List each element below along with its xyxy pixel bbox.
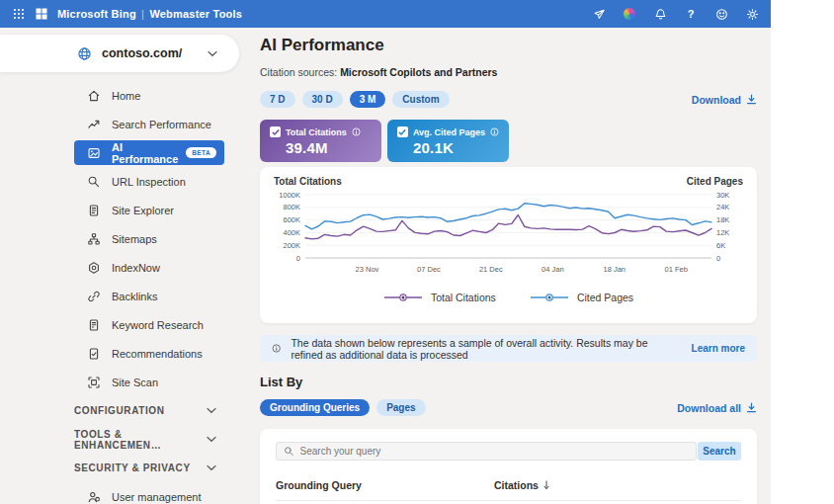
table-header: Grounding Query Citations <box>276 479 741 491</box>
legend-marker-purple <box>383 293 423 302</box>
list-by-tabs: Grounding Queries Pages Download all <box>260 399 757 416</box>
checkbox-checked-icon[interactable] <box>270 126 281 137</box>
sort-descending-icon[interactable] <box>542 480 550 490</box>
learn-more-link[interactable]: Learn more <box>692 343 745 354</box>
sidebar-item-indexnow[interactable]: IndexNow <box>0 253 252 282</box>
sidebar-item-search-performance[interactable]: Search Performance <box>0 110 252 138</box>
chevron-down-icon <box>208 50 217 57</box>
svg-text:12K: 12K <box>716 228 729 237</box>
filter-3m[interactable]: 3 M <box>350 91 386 108</box>
download-all-button[interactable]: Download all <box>677 402 757 414</box>
svg-text:18 Jan: 18 Jan <box>604 265 626 274</box>
sidebar-item-url-inspection[interactable]: URL Inspection <box>0 167 252 196</box>
download-button[interactable]: Download <box>692 94 757 106</box>
banner-text: The data shown below represents a sample… <box>291 337 681 361</box>
settings-gear-icon[interactable] <box>745 7 759 21</box>
beta-badge: BETA <box>186 147 216 158</box>
svg-text:0: 0 <box>296 254 300 263</box>
feedback-send-icon[interactable] <box>592 7 606 21</box>
filter-30d[interactable]: 30 D <box>302 91 343 108</box>
copilot-icon[interactable] <box>623 7 636 21</box>
metric-label: Avg. Cited Pages <box>413 127 485 137</box>
svg-text:0: 0 <box>716 254 720 263</box>
avg-cited-pages-card[interactable]: Avg. Cited Pages 20.1K <box>387 120 509 162</box>
sidebar-item-home[interactable]: Home <box>0 81 252 110</box>
sidebar-item-recommendations[interactable]: Recommendations <box>0 339 252 368</box>
sidebar-section-security-privacy[interactable]: SECURITY & PRIVACY <box>0 454 252 482</box>
queries-table-card: Search Grounding Query Citations Contoso… <box>260 429 757 504</box>
total-citations-card[interactable]: Total Citations 39.4M <box>260 120 381 162</box>
checkbox-checked-icon[interactable] <box>397 126 408 137</box>
sidebar-item-label: Search Performance <box>112 119 211 130</box>
sidebar-item-ai-performance[interactable]: AI Performance BETA <box>74 140 224 165</box>
legend-total-citations[interactable]: Total Citations <box>383 292 496 303</box>
citation-sources-value: Microsoft Copilots and Partners <box>340 66 497 78</box>
site-selector[interactable]: contoso.com/ <box>0 35 239 72</box>
svg-text:400K: 400K <box>283 228 300 237</box>
tab-grounding-queries[interactable]: Grounding Queries <box>260 399 370 416</box>
document-icon <box>87 204 101 217</box>
filter-custom[interactable]: Custom <box>392 91 449 108</box>
search-box[interactable] <box>276 442 697 461</box>
metric-value: 39.4M <box>286 139 372 156</box>
home-icon <box>87 89 101 103</box>
sidebar-item-keyword-research[interactable]: Keyword Research <box>0 310 252 339</box>
date-filter-row: 7 D 30 D 3 M Custom Download <box>260 91 757 108</box>
search-icon <box>284 446 294 457</box>
site-scan-icon <box>87 376 101 389</box>
smiley-feedback-icon[interactable] <box>714 7 728 21</box>
line-chart[interactable]: 00200K6K400K12K600K18K800K24K1000K30K23 … <box>274 187 743 290</box>
ai-performance-icon <box>87 146 101 160</box>
metric-cards: Total Citations 39.4M Avg. Cited Pages 2… <box>260 120 757 162</box>
filter-7d[interactable]: 7 D <box>260 91 295 108</box>
svg-text:18K: 18K <box>716 215 729 224</box>
sidebar-item-label: Recommendations <box>112 348 203 360</box>
svg-text:200K: 200K <box>283 241 300 250</box>
sidebar-item-site-explorer[interactable]: Site Explorer <box>0 196 252 224</box>
waffle-menu-icon[interactable] <box>12 7 26 21</box>
legend-marker-blue <box>530 293 569 302</box>
search-button[interactable]: Search <box>698 442 741 461</box>
info-icon[interactable] <box>352 127 361 136</box>
sidebar-item-backlinks[interactable]: Backlinks <box>0 282 252 310</box>
keyword-research-icon <box>87 318 101 332</box>
metric-label: Total Citations <box>286 127 347 137</box>
sidebar-item-label: Backlinks <box>112 291 157 302</box>
info-icon[interactable] <box>490 127 499 136</box>
sidebar-item-sitemaps[interactable]: Sitemaps <box>0 224 252 253</box>
user-management-icon <box>87 490 101 504</box>
top-bar: Microsoft Bing | Webmaster Tools ? <box>0 0 771 28</box>
main-content: AI Performance Citation sources: Microso… <box>260 28 757 504</box>
globe-icon <box>77 46 92 61</box>
sidebar-section-tools-enhancements[interactable]: TOOLS & ENHANCEMEN… <box>0 425 252 454</box>
sidebar-item-label: Home <box>112 90 140 102</box>
magnifier-icon <box>87 175 101 189</box>
app-window: Microsoft Bing | Webmaster Tools ? <box>0 0 771 504</box>
column-grounding-query[interactable]: Grounding Query <box>276 479 362 491</box>
column-citations[interactable]: Citations <box>494 479 741 491</box>
link-icon <box>87 290 101 303</box>
tab-pages[interactable]: Pages <box>376 399 425 416</box>
sidebar-item-user-management[interactable]: User management <box>0 482 252 504</box>
sidebar-section-configuration[interactable]: CONFIGURATION <box>0 396 252 425</box>
sidebar-item-site-scan[interactable]: Site Scan <box>0 368 252 396</box>
right-axis-title: Cited Pages <box>687 176 743 187</box>
microsoft-logo-icon <box>35 7 48 21</box>
download-icon <box>746 94 757 105</box>
help-icon[interactable]: ? <box>684 7 698 21</box>
indexnow-icon <box>87 261 101 275</box>
legend-cited-pages[interactable]: Cited Pages <box>530 292 633 303</box>
search-input[interactable] <box>300 446 689 457</box>
chart-card: Total Citations Cited Pages 00200K6K400K… <box>260 167 757 323</box>
section-label: TOOLS & ENHANCEMEN… <box>74 429 207 451</box>
chevron-down-icon <box>207 436 216 443</box>
sidebar-item-label: IndexNow <box>112 262 160 274</box>
left-axis-title: Total Citations <box>274 176 342 187</box>
download-icon <box>746 402 757 413</box>
brand-name[interactable]: Microsoft Bing | Webmaster Tools <box>57 8 242 20</box>
sidebar-nav: Home Search Performance AI Performance B… <box>0 81 252 504</box>
metric-value: 20.1K <box>413 139 499 156</box>
notifications-bell-icon[interactable] <box>653 7 667 21</box>
chart-legend: Total Citations Cited Pages <box>274 292 743 303</box>
site-domain: contoso.com/ <box>102 46 182 60</box>
